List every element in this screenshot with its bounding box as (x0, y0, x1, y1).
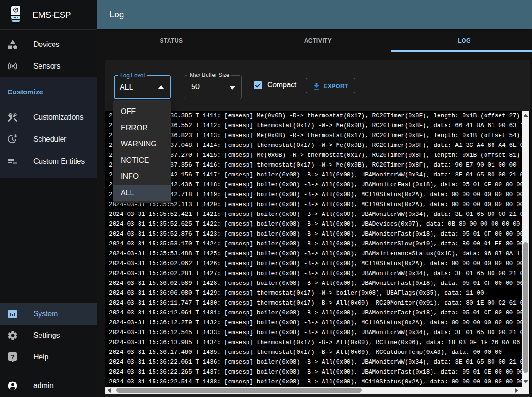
svg-text:?: ? (11, 353, 15, 360)
